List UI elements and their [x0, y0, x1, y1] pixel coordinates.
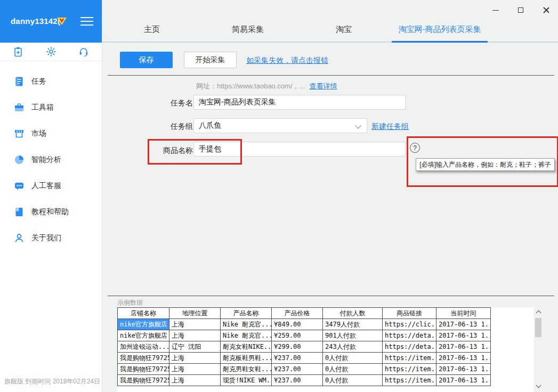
table-cell[interactable]: 243人付款: [323, 341, 383, 353]
table-cell[interactable]: 我是购物狂79725: [118, 364, 169, 375]
help-tooltip: [必填]输入产品名称，例如：耐克；鞋子；裤子: [416, 158, 555, 171]
column-header[interactable]: 商品链接: [383, 308, 436, 319]
table-cell[interactable]: https://item...: [383, 375, 436, 386]
sidebar-item-analysis[interactable]: 智能分析: [0, 146, 102, 173]
table-cell[interactable]: 辽宁 沈阳: [169, 341, 221, 353]
view-details-link[interactable]: 查看详情: [309, 82, 337, 90]
table-row: 我是购物狂79725上海现货!NIKE WM...¥237.000人付款http…: [118, 375, 491, 386]
table-cell[interactable]: 上海: [169, 330, 221, 341]
table-cell[interactable]: https://deta...: [383, 341, 436, 353]
table-row: nike官方旗舰店上海Nike 耐克官...¥849.003479人付款http…: [118, 319, 491, 330]
url-row: 网址：https://www.taobao.com/，...查看详情: [196, 81, 337, 91]
table-cell[interactable]: Nike 耐克官...: [221, 330, 272, 341]
sidebar-item-label: 市场: [31, 129, 46, 138]
sidebar-item-toolbox[interactable]: 工具箱: [0, 94, 102, 120]
column-header[interactable]: 产品价格: [272, 308, 323, 319]
sidebar-item-tutorial[interactable]: 教程和帮助: [0, 199, 102, 225]
table-cell[interactable]: 耐克女鞋NIKE...: [221, 341, 272, 353]
table-cell[interactable]: 2017-06-13 1...: [436, 341, 491, 353]
table-cell[interactable]: 耐克板鞋男鞋...: [221, 353, 272, 364]
table-cell[interactable]: 上海: [169, 375, 221, 386]
column-header[interactable]: 付款人数: [323, 308, 383, 319]
save-button[interactable]: 保存: [120, 52, 173, 68]
column-header[interactable]: 当前时间: [436, 308, 491, 319]
column-header[interactable]: 店铺名称: [118, 308, 169, 319]
table-cell[interactable]: https://clic...: [383, 319, 436, 330]
task-group-value: 八爪鱼: [199, 121, 221, 130]
table-cell[interactable]: 2017-06-13 1...: [436, 364, 491, 375]
support-icon[interactable]: [78, 46, 89, 57]
sidebar-item-about[interactable]: 关于我们: [0, 225, 102, 251]
product-name-input[interactable]: [193, 142, 406, 157]
vip-icon: [56, 17, 67, 26]
sidebar-item-service[interactable]: 人工客服: [0, 173, 102, 199]
analysis-icon: [14, 154, 25, 165]
table-cell[interactable]: 0人付款: [323, 375, 383, 386]
scroll-up-icon[interactable]: [536, 311, 541, 316]
scroll-down-icon[interactable]: [536, 383, 541, 388]
table-cell[interactable]: nike官方旗舰店: [118, 319, 169, 330]
table-cell[interactable]: ¥237.00: [272, 353, 323, 364]
table-cell[interactable]: 上海: [169, 353, 221, 364]
sidebar: danny13142(: [0, 0, 102, 392]
table-cell[interactable]: 现货!NIKE WM...: [221, 375, 272, 386]
table-cell[interactable]: ¥237.00: [272, 364, 323, 375]
tab-label: 淘宝: [336, 24, 352, 35]
tab-simple-collection[interactable]: 简易采集: [200, 0, 296, 42]
table-cell[interactable]: nike官方旗舰店: [118, 330, 169, 341]
column-header[interactable]: 产品名称: [221, 308, 272, 319]
close-icon[interactable]: [540, 5, 551, 15]
table-cell[interactable]: 加州途锐运动...: [118, 341, 169, 353]
tab-taobao-product-list[interactable]: 淘宝网-商品列表页采集: [392, 0, 488, 42]
toolbar-divider: [108, 75, 554, 76]
table-cell[interactable]: https://deta...: [383, 330, 436, 341]
table-cell[interactable]: ¥237.00: [272, 375, 323, 386]
user-header: danny13142(: [0, 0, 102, 43]
maximize-icon[interactable]: [515, 5, 526, 15]
new-task-icon[interactable]: [13, 46, 23, 57]
table-cell[interactable]: ¥259.00: [272, 330, 323, 341]
minimize-icon[interactable]: [490, 5, 501, 15]
table-cell[interactable]: ¥299.00: [272, 341, 323, 353]
table-cell[interactable]: 901人付款: [323, 330, 383, 341]
table-cell[interactable]: 耐克男鞋女鞋...: [221, 364, 272, 375]
sidebar-item-label: 关于我们: [31, 233, 61, 243]
about-icon: [14, 233, 25, 243]
start-collect-button[interactable]: 开始采集: [184, 52, 237, 68]
table-cell[interactable]: https://item...: [383, 353, 436, 364]
table-scrollbar[interactable]: [534, 307, 543, 392]
sample-divider: [108, 296, 554, 296]
table-cell[interactable]: 2017-06-13 1...: [436, 353, 491, 364]
settings-icon[interactable]: [46, 46, 56, 57]
table-cell[interactable]: ¥849.00: [272, 319, 323, 330]
task-group-select[interactable]: 八爪鱼: [193, 118, 367, 133]
field-help-icon[interactable]: ?: [410, 143, 420, 153]
report-error-link[interactable]: 如采集失效，请点击报错: [246, 56, 328, 66]
table-cell[interactable]: 上海: [169, 319, 221, 330]
table-cell[interactable]: 0人付款: [323, 353, 383, 364]
table-cell[interactable]: 3479人付款: [323, 319, 383, 330]
table-row: nike官方旗舰店上海Nike 耐克官...¥259.00901人付款https…: [118, 330, 491, 341]
new-task-group-link[interactable]: 新建任务组: [371, 122, 409, 132]
tab-taobao[interactable]: 淘宝: [296, 0, 392, 42]
table-cell[interactable]: https://item...: [383, 364, 436, 375]
menu-icon[interactable]: [80, 17, 93, 26]
sidebar-item-market[interactable]: 市场: [0, 120, 102, 146]
tab-home[interactable]: 主页: [104, 0, 200, 42]
table-cell[interactable]: 上海: [169, 364, 221, 375]
tutorial-icon: [14, 207, 25, 217]
table-cell[interactable]: 我是购物狂79725: [118, 353, 169, 364]
table-cell[interactable]: 我是购物狂79725: [118, 375, 169, 386]
table-cell[interactable]: Nike 耐克官...: [221, 319, 272, 330]
service-icon: [14, 181, 25, 191]
market-icon: [14, 128, 25, 139]
table-cell[interactable]: 2017-06-13 1...: [436, 375, 491, 386]
task-name-input[interactable]: [193, 95, 406, 110]
sidebar-item-tasks[interactable]: 任务: [0, 68, 102, 94]
scrollbar-thumb[interactable]: [535, 318, 541, 337]
column-header[interactable]: 地理位置: [169, 308, 221, 319]
tab-label: 简易采集: [232, 24, 264, 35]
table-cell[interactable]: 2017-06-13 1...: [436, 330, 491, 341]
table-cell[interactable]: 0人付款: [323, 364, 383, 375]
table-cell[interactable]: 2017-06-13 1...: [436, 319, 491, 330]
